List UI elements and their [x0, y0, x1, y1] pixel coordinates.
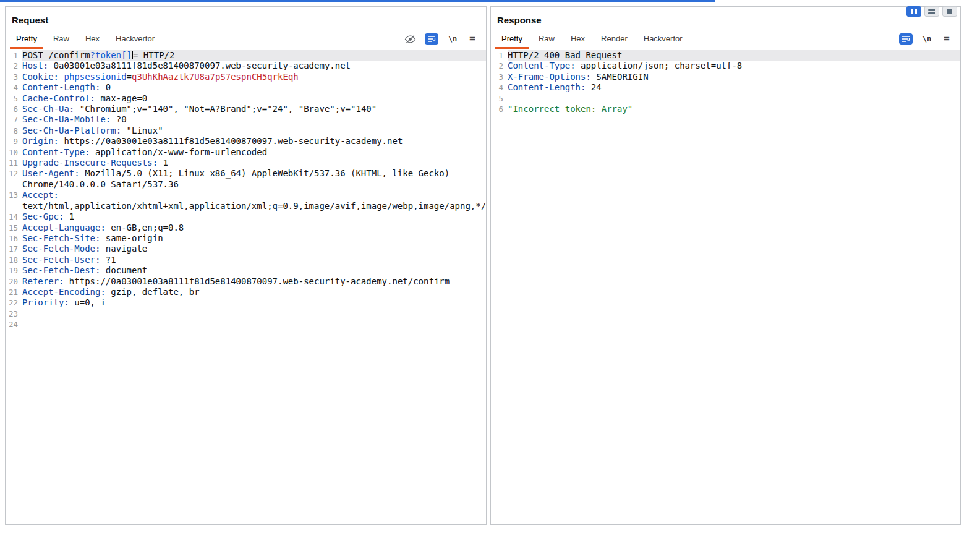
line-number: 13	[6, 190, 22, 211]
line-content: Accept-Language: en-GB,en;q=0.8	[22, 223, 486, 233]
line-content: Sec-Fetch-Mode: navigate	[22, 244, 486, 254]
code-token: Cookie:	[22, 72, 59, 82]
wrap-lines-icon	[427, 35, 436, 43]
code-line[interactable]: 5	[491, 93, 960, 104]
code-line[interactable]: 23	[6, 309, 486, 319]
code-token: X-Frame-Options:	[508, 72, 591, 82]
wrap-lines-button[interactable]	[899, 33, 913, 45]
line-number: 23	[6, 309, 22, 319]
newline-toggle-button[interactable]: \n	[921, 33, 932, 45]
code-line[interactable]: 20Referer: https://0a03001e03a8111f81d5e…	[6, 276, 486, 287]
code-line[interactable]: 16Sec-Fetch-Site: same-origin	[6, 233, 486, 244]
code-line[interactable]: 2Content-Type: application/json; charset…	[491, 61, 960, 71]
line-number: 1	[6, 50, 22, 61]
code-line[interactable]: 2Host: 0a03001e03a8111f81d5e81400870097.…	[6, 61, 486, 71]
tab-hex[interactable]: Hex	[77, 29, 108, 49]
line-content: Referer: https://0a03001e03a8111f81d5e81…	[22, 276, 486, 287]
line-number: 3	[491, 72, 508, 82]
code-line[interactable]: 4Content-Length: 24	[491, 82, 960, 93]
line-content	[22, 309, 486, 319]
line-content: POST /confirm?token[]= HTTP/2	[22, 50, 486, 61]
code-line[interactable]: 4Content-Length: 0	[6, 82, 486, 93]
editor-menu-button[interactable]: ≡	[941, 33, 952, 45]
code-token: Accept-Language:	[22, 223, 106, 232]
request-editor[interactable]: 1POST /confirm?token[]= HTTP/22Host: 0a0…	[6, 49, 486, 524]
rows-layout-button[interactable]	[924, 6, 939, 17]
response-editor[interactable]: 1HTTP/2 400 Bad Request2Content-Type: ap…	[491, 49, 960, 524]
code-line[interactable]: 11Upgrade-Insecure-Requests: 1	[6, 158, 486, 168]
code-line[interactable]: 1HTTP/2 400 Bad Request	[491, 50, 960, 61]
tab-hex[interactable]: Hex	[563, 29, 593, 49]
code-line[interactable]: 9Origin: https://0a03001e03a8111f81d5e81…	[6, 136, 486, 147]
line-content: Content-Length: 0	[22, 82, 486, 93]
code-token: "Incorrect token: Array"	[508, 104, 633, 114]
tab-pretty[interactable]: Pretty	[8, 29, 45, 49]
code-token: 24	[586, 82, 601, 92]
columns-layout-button[interactable]	[906, 6, 921, 17]
code-token: Cache-Control:	[22, 93, 95, 103]
code-token: Content-Type:	[22, 147, 90, 157]
line-number: 15	[6, 223, 22, 233]
tab-hackvertor[interactable]: Hackvertor	[636, 29, 691, 49]
eye-off-icon[interactable]	[404, 33, 416, 45]
code-token: Priority:	[22, 297, 69, 307]
code-token: Sec-Fetch-Mode:	[22, 244, 100, 254]
code-line[interactable]: 5Cache-Control: max-age=0	[6, 93, 486, 104]
tab-render[interactable]: Render	[593, 29, 636, 49]
code-token: Origin:	[22, 136, 59, 146]
line-content: Accept-Encoding: gzip, deflate, br	[22, 287, 486, 297]
tab-raw[interactable]: Raw	[530, 29, 563, 49]
code-token: "Chromium";v="140", "Not=A?Brand";v="24"…	[74, 104, 377, 114]
line-content: Sec-Ch-Ua-Mobile: ?0	[22, 114, 486, 125]
wrap-lines-button[interactable]	[425, 33, 438, 45]
newline-toggle-button[interactable]: \n	[447, 33, 458, 45]
repeater-message-view: Request PrettyRawHexHackvertor	[0, 0, 980, 533]
code-line[interactable]: 19Sec-Fetch-Dest: document	[6, 265, 486, 276]
code-line[interactable]: 7Sec-Ch-Ua-Mobile: ?0	[6, 114, 486, 125]
code-line[interactable]: 10Content-Type: application/x-www-form-u…	[6, 147, 486, 158]
line-content: Cache-Control: max-age=0	[22, 93, 486, 104]
line-number: 2	[6, 61, 22, 71]
code-line[interactable]: 15Accept-Language: en-GB,en;q=0.8	[6, 223, 486, 233]
line-number: 21	[6, 287, 22, 297]
code-line[interactable]: 1POST /confirm?token[]= HTTP/2	[6, 50, 486, 61]
single-layout-button[interactable]	[942, 6, 957, 17]
line-number: 5	[491, 93, 508, 104]
code-line[interactable]: 17Sec-Fetch-Mode: navigate	[6, 244, 486, 254]
code-token: Sec-Fetch-Site:	[22, 233, 100, 243]
code-line[interactable]: 13Accept: text/html,application/xhtml+xm…	[6, 190, 486, 211]
tab-pretty[interactable]: Pretty	[493, 29, 530, 49]
code-token: 0a03001e03a8111f81d5e81400870097.web-sec…	[48, 61, 351, 70]
code-line[interactable]: 21Accept-Encoding: gzip, deflate, br	[6, 287, 486, 297]
response-panel: Response PrettyRawHexRenderHackvertor \n…	[490, 6, 961, 525]
columns-icon	[911, 9, 913, 14]
line-number: 16	[6, 233, 22, 244]
tab-raw[interactable]: Raw	[45, 29, 77, 49]
code-line[interactable]: 8Sec-Ch-Ua-Platform: "Linux"	[6, 126, 486, 136]
editor-menu-button[interactable]: ≡	[467, 33, 478, 45]
line-content: Content-Length: 24	[508, 82, 960, 93]
code-line[interactable]: 6Sec-Ch-Ua: "Chromium";v="140", "Not=A?B…	[6, 104, 486, 114]
code-token: Mozilla/5.0 (X11; Linux x86_64) AppleWeb…	[22, 168, 455, 189]
code-line[interactable]: 3X-Frame-Options: SAMEORIGIN	[491, 72, 960, 82]
code-token: phpsessionid	[64, 72, 126, 82]
line-number: 6	[6, 104, 22, 114]
code-token: "Linux"	[121, 126, 163, 135]
tab-hackvertor[interactable]: Hackvertor	[108, 29, 163, 49]
code-line[interactable]: 18Sec-Fetch-User: ?1	[6, 255, 486, 265]
top-accent-bar	[0, 0, 715, 2]
code-token: navigate	[100, 244, 147, 254]
code-line[interactable]: 14Sec-Gpc: 1	[6, 211, 486, 222]
code-line[interactable]: 24	[6, 319, 486, 330]
line-content: Cookie: phpsessionid=q3UhKhAaztk7U8a7pS7…	[22, 72, 486, 82]
code-line[interactable]: 6"Incorrect token: Array"	[491, 104, 960, 114]
line-content: Origin: https://0a03001e03a8111f81d5e814…	[22, 136, 486, 147]
code-line[interactable]: 3Cookie: phpsessionid=q3UhKhAaztk7U8a7pS…	[6, 72, 486, 82]
code-token: application/x-www-form-urlencoded	[90, 147, 268, 157]
code-line[interactable]: 22Priority: u=0, i	[6, 297, 486, 308]
request-panel: Request PrettyRawHexHackvertor	[5, 6, 487, 525]
code-token: Sec-Ch-Ua:	[22, 104, 74, 114]
code-line[interactable]: 12User-Agent: Mozilla/5.0 (X11; Linux x8…	[6, 168, 486, 190]
code-token: gzip, deflate, br	[106, 287, 200, 297]
line-content: Host: 0a03001e03a8111f81d5e81400870097.w…	[22, 61, 486, 71]
